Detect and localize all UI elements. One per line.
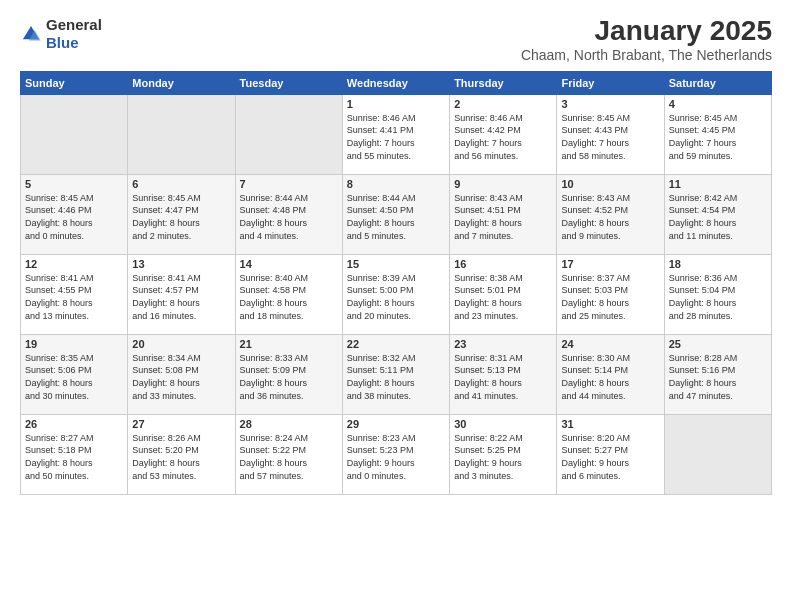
cell-info: Sunrise: 8:45 AM Sunset: 4:47 PM Dayligh… bbox=[132, 192, 230, 242]
logo-icon bbox=[20, 23, 42, 45]
cell-info: Sunrise: 8:20 AM Sunset: 5:27 PM Dayligh… bbox=[561, 432, 659, 482]
day-number: 8 bbox=[347, 178, 445, 190]
logo-blue: Blue bbox=[46, 34, 79, 51]
table-row bbox=[21, 94, 128, 174]
day-number: 15 bbox=[347, 258, 445, 270]
table-row: 25Sunrise: 8:28 AM Sunset: 5:16 PM Dayli… bbox=[664, 334, 771, 414]
table-row: 20Sunrise: 8:34 AM Sunset: 5:08 PM Dayli… bbox=[128, 334, 235, 414]
cell-info: Sunrise: 8:45 AM Sunset: 4:45 PM Dayligh… bbox=[669, 112, 767, 162]
day-number: 30 bbox=[454, 418, 552, 430]
col-friday: Friday bbox=[557, 71, 664, 94]
day-number: 12 bbox=[25, 258, 123, 270]
title-block: January 2025 Chaam, North Brabant, The N… bbox=[521, 16, 772, 63]
location-title: Chaam, North Brabant, The Netherlands bbox=[521, 47, 772, 63]
table-row: 21Sunrise: 8:33 AM Sunset: 5:09 PM Dayli… bbox=[235, 334, 342, 414]
table-row: 19Sunrise: 8:35 AM Sunset: 5:06 PM Dayli… bbox=[21, 334, 128, 414]
cell-info: Sunrise: 8:44 AM Sunset: 4:48 PM Dayligh… bbox=[240, 192, 338, 242]
col-sunday: Sunday bbox=[21, 71, 128, 94]
cell-info: Sunrise: 8:31 AM Sunset: 5:13 PM Dayligh… bbox=[454, 352, 552, 402]
day-number: 21 bbox=[240, 338, 338, 350]
table-row: 2Sunrise: 8:46 AM Sunset: 4:42 PM Daylig… bbox=[450, 94, 557, 174]
cell-info: Sunrise: 8:26 AM Sunset: 5:20 PM Dayligh… bbox=[132, 432, 230, 482]
table-row: 22Sunrise: 8:32 AM Sunset: 5:11 PM Dayli… bbox=[342, 334, 449, 414]
table-row: 7Sunrise: 8:44 AM Sunset: 4:48 PM Daylig… bbox=[235, 174, 342, 254]
table-row: 3Sunrise: 8:45 AM Sunset: 4:43 PM Daylig… bbox=[557, 94, 664, 174]
cell-info: Sunrise: 8:39 AM Sunset: 5:00 PM Dayligh… bbox=[347, 272, 445, 322]
day-number: 17 bbox=[561, 258, 659, 270]
cell-info: Sunrise: 8:41 AM Sunset: 4:57 PM Dayligh… bbox=[132, 272, 230, 322]
table-row: 24Sunrise: 8:30 AM Sunset: 5:14 PM Dayli… bbox=[557, 334, 664, 414]
day-number: 20 bbox=[132, 338, 230, 350]
week-row-0: 1Sunrise: 8:46 AM Sunset: 4:41 PM Daylig… bbox=[21, 94, 772, 174]
day-number: 24 bbox=[561, 338, 659, 350]
header: General Blue January 2025 Chaam, North B… bbox=[20, 16, 772, 63]
cell-info: Sunrise: 8:41 AM Sunset: 4:55 PM Dayligh… bbox=[25, 272, 123, 322]
table-row: 4Sunrise: 8:45 AM Sunset: 4:45 PM Daylig… bbox=[664, 94, 771, 174]
cell-info: Sunrise: 8:46 AM Sunset: 4:42 PM Dayligh… bbox=[454, 112, 552, 162]
table-row: 11Sunrise: 8:42 AM Sunset: 4:54 PM Dayli… bbox=[664, 174, 771, 254]
day-number: 4 bbox=[669, 98, 767, 110]
table-row: 23Sunrise: 8:31 AM Sunset: 5:13 PM Dayli… bbox=[450, 334, 557, 414]
table-row: 8Sunrise: 8:44 AM Sunset: 4:50 PM Daylig… bbox=[342, 174, 449, 254]
table-row: 1Sunrise: 8:46 AM Sunset: 4:41 PM Daylig… bbox=[342, 94, 449, 174]
cell-info: Sunrise: 8:30 AM Sunset: 5:14 PM Dayligh… bbox=[561, 352, 659, 402]
cell-info: Sunrise: 8:35 AM Sunset: 5:06 PM Dayligh… bbox=[25, 352, 123, 402]
cell-info: Sunrise: 8:24 AM Sunset: 5:22 PM Dayligh… bbox=[240, 432, 338, 482]
table-row: 5Sunrise: 8:45 AM Sunset: 4:46 PM Daylig… bbox=[21, 174, 128, 254]
day-number: 2 bbox=[454, 98, 552, 110]
table-row: 30Sunrise: 8:22 AM Sunset: 5:25 PM Dayli… bbox=[450, 414, 557, 494]
week-row-3: 19Sunrise: 8:35 AM Sunset: 5:06 PM Dayli… bbox=[21, 334, 772, 414]
cell-info: Sunrise: 8:36 AM Sunset: 5:04 PM Dayligh… bbox=[669, 272, 767, 322]
day-number: 6 bbox=[132, 178, 230, 190]
table-row: 26Sunrise: 8:27 AM Sunset: 5:18 PM Dayli… bbox=[21, 414, 128, 494]
table-row bbox=[664, 414, 771, 494]
day-number: 28 bbox=[240, 418, 338, 430]
table-row: 12Sunrise: 8:41 AM Sunset: 4:55 PM Dayli… bbox=[21, 254, 128, 334]
table-row bbox=[235, 94, 342, 174]
logo-text: General Blue bbox=[46, 16, 102, 52]
day-number: 22 bbox=[347, 338, 445, 350]
cell-info: Sunrise: 8:45 AM Sunset: 4:46 PM Dayligh… bbox=[25, 192, 123, 242]
cell-info: Sunrise: 8:22 AM Sunset: 5:25 PM Dayligh… bbox=[454, 432, 552, 482]
cell-info: Sunrise: 8:44 AM Sunset: 4:50 PM Dayligh… bbox=[347, 192, 445, 242]
table-row: 16Sunrise: 8:38 AM Sunset: 5:01 PM Dayli… bbox=[450, 254, 557, 334]
day-number: 3 bbox=[561, 98, 659, 110]
week-row-1: 5Sunrise: 8:45 AM Sunset: 4:46 PM Daylig… bbox=[21, 174, 772, 254]
day-number: 7 bbox=[240, 178, 338, 190]
table-row: 15Sunrise: 8:39 AM Sunset: 5:00 PM Dayli… bbox=[342, 254, 449, 334]
col-wednesday: Wednesday bbox=[342, 71, 449, 94]
cell-info: Sunrise: 8:42 AM Sunset: 4:54 PM Dayligh… bbox=[669, 192, 767, 242]
cell-info: Sunrise: 8:40 AM Sunset: 4:58 PM Dayligh… bbox=[240, 272, 338, 322]
day-number: 11 bbox=[669, 178, 767, 190]
table-row: 31Sunrise: 8:20 AM Sunset: 5:27 PM Dayli… bbox=[557, 414, 664, 494]
table-row bbox=[128, 94, 235, 174]
day-number: 13 bbox=[132, 258, 230, 270]
table-row: 9Sunrise: 8:43 AM Sunset: 4:51 PM Daylig… bbox=[450, 174, 557, 254]
table-row: 6Sunrise: 8:45 AM Sunset: 4:47 PM Daylig… bbox=[128, 174, 235, 254]
cell-info: Sunrise: 8:28 AM Sunset: 5:16 PM Dayligh… bbox=[669, 352, 767, 402]
col-monday: Monday bbox=[128, 71, 235, 94]
day-number: 26 bbox=[25, 418, 123, 430]
day-number: 25 bbox=[669, 338, 767, 350]
cell-info: Sunrise: 8:38 AM Sunset: 5:01 PM Dayligh… bbox=[454, 272, 552, 322]
day-number: 31 bbox=[561, 418, 659, 430]
col-thursday: Thursday bbox=[450, 71, 557, 94]
table-row: 27Sunrise: 8:26 AM Sunset: 5:20 PM Dayli… bbox=[128, 414, 235, 494]
day-number: 10 bbox=[561, 178, 659, 190]
day-number: 19 bbox=[25, 338, 123, 350]
calendar-table: Sunday Monday Tuesday Wednesday Thursday… bbox=[20, 71, 772, 495]
table-row: 28Sunrise: 8:24 AM Sunset: 5:22 PM Dayli… bbox=[235, 414, 342, 494]
table-row: 14Sunrise: 8:40 AM Sunset: 4:58 PM Dayli… bbox=[235, 254, 342, 334]
table-row: 10Sunrise: 8:43 AM Sunset: 4:52 PM Dayli… bbox=[557, 174, 664, 254]
day-number: 16 bbox=[454, 258, 552, 270]
header-row: Sunday Monday Tuesday Wednesday Thursday… bbox=[21, 71, 772, 94]
day-number: 9 bbox=[454, 178, 552, 190]
day-number: 1 bbox=[347, 98, 445, 110]
cell-info: Sunrise: 8:27 AM Sunset: 5:18 PM Dayligh… bbox=[25, 432, 123, 482]
week-row-4: 26Sunrise: 8:27 AM Sunset: 5:18 PM Dayli… bbox=[21, 414, 772, 494]
day-number: 14 bbox=[240, 258, 338, 270]
table-row: 17Sunrise: 8:37 AM Sunset: 5:03 PM Dayli… bbox=[557, 254, 664, 334]
week-row-2: 12Sunrise: 8:41 AM Sunset: 4:55 PM Dayli… bbox=[21, 254, 772, 334]
day-number: 23 bbox=[454, 338, 552, 350]
table-row: 29Sunrise: 8:23 AM Sunset: 5:23 PM Dayli… bbox=[342, 414, 449, 494]
